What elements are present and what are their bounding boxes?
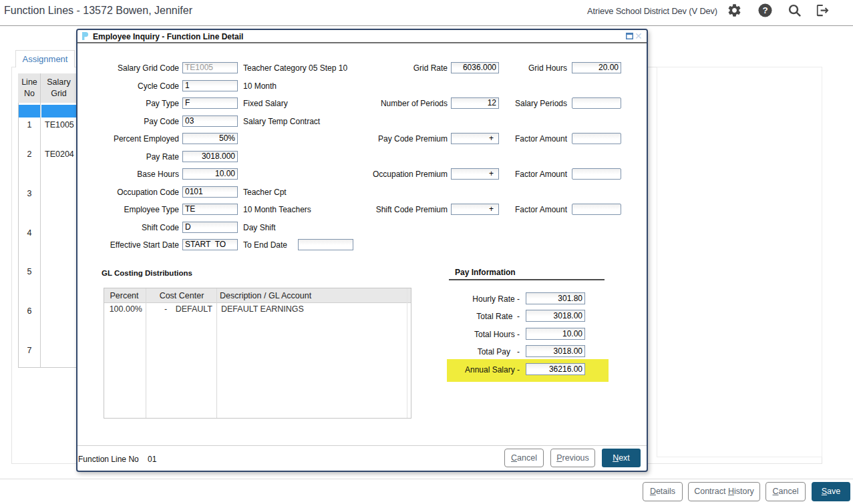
svg-text:?: ? — [762, 5, 767, 15]
